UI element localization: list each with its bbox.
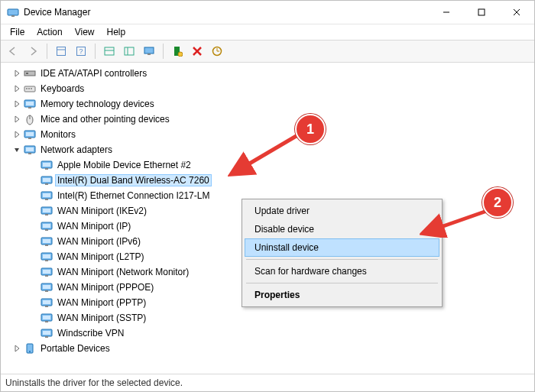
tree-category[interactable]: Mice and other pointing devices <box>1 112 534 127</box>
svg-rect-0 <box>8 9 18 15</box>
svg-rect-43 <box>45 183 48 185</box>
device-icon <box>41 235 53 248</box>
svg-rect-33 <box>26 132 34 136</box>
forward-button[interactable] <box>24 42 42 60</box>
tree-device-label: Apple Mobile Device Ethernet #2 <box>57 160 191 170</box>
view2-toolbar-button[interactable] <box>120 42 138 60</box>
device-icon <box>24 113 36 125</box>
tree-device-label: WAN Miniport (IP) <box>57 221 131 232</box>
view1-toolbar-button[interactable] <box>100 42 118 60</box>
device-tree-pane[interactable]: IDE ATA/ATAPI controllersKeyboardsMemory… <box>1 63 534 374</box>
tree-device-label: WAN Miniport (PPPOE) <box>57 282 154 293</box>
context-menu-item[interactable]: Disable device <box>245 220 439 238</box>
svg-line-77 <box>234 134 299 173</box>
menu-action[interactable]: Action <box>31 25 68 39</box>
svg-rect-60 <box>43 270 50 274</box>
menu-help[interactable]: Help <box>101 25 132 39</box>
menu-bar: File Action View Help <box>1 24 534 40</box>
svg-rect-14 <box>144 47 154 53</box>
chevron-right-icon[interactable] <box>11 99 22 109</box>
svg-point-75 <box>29 351 31 352</box>
svg-rect-48 <box>43 209 50 212</box>
svg-rect-36 <box>26 147 34 151</box>
tree-category-label: Portable Devices <box>41 343 110 354</box>
device-icon <box>41 266 53 278</box>
tree-category[interactable]: IDE ATA/ATAPI controllers <box>1 66 534 81</box>
tree-category-label: IDE ATA/ATAPI controllers <box>41 68 147 79</box>
chevron-right-icon[interactable] <box>11 114 22 125</box>
tree-category-label: Keyboards <box>41 83 84 94</box>
uninstall-toolbar-button[interactable] <box>188 42 206 60</box>
svg-rect-73 <box>45 336 48 338</box>
tree-device[interactable]: Windscribe VPN <box>1 326 534 341</box>
svg-rect-58 <box>45 260 48 261</box>
tree-device-label: WAN Miniport (SSTP) <box>57 313 146 323</box>
device-icon <box>41 205 53 217</box>
chevron-right-icon[interactable] <box>11 343 22 354</box>
title-bar: Device Manager <box>1 1 534 24</box>
tree-device-label: WAN Miniport (IPv6) <box>57 236 141 247</box>
maximize-button[interactable] <box>464 1 499 24</box>
tree-device-label: WAN Miniport (L2TP) <box>57 251 144 262</box>
menu-separator <box>246 259 438 260</box>
chevron-right-icon[interactable] <box>11 83 22 94</box>
svg-rect-67 <box>45 306 48 307</box>
status-text: Uninstalls the driver for the selected d… <box>5 377 183 388</box>
update-toolbar-button[interactable] <box>208 42 226 60</box>
svg-rect-54 <box>43 239 50 243</box>
tree-device-label: WAN Miniport (PPTP) <box>57 297 146 308</box>
svg-rect-45 <box>43 193 50 197</box>
svg-line-79 <box>426 211 487 232</box>
tree-category[interactable]: Portable Devices <box>1 341 534 356</box>
device-icon <box>24 83 36 95</box>
app-icon <box>7 6 19 18</box>
device-icon <box>41 190 53 202</box>
monitor-toolbar-button[interactable] <box>140 42 158 60</box>
svg-rect-69 <box>43 316 50 319</box>
scan-toolbar-button[interactable] <box>168 42 186 60</box>
status-bar: Uninstalls the driver for the selected d… <box>1 374 534 391</box>
toolbar: ? <box>1 40 534 63</box>
context-menu-item[interactable]: Update driver <box>245 202 439 220</box>
context-menu: Update driverDisable deviceUninstall dev… <box>242 199 443 307</box>
tree-device-label: Windscribe VPN <box>57 328 124 339</box>
tree-category-label: Mice and other pointing devices <box>41 114 170 125</box>
context-menu-item[interactable]: Uninstall device <box>245 238 439 257</box>
svg-rect-24 <box>26 88 28 89</box>
menu-view[interactable]: View <box>69 25 101 39</box>
properties-toolbar-button[interactable] <box>52 42 70 60</box>
svg-rect-51 <box>43 224 50 228</box>
svg-rect-52 <box>45 229 48 231</box>
menu-separator <box>246 283 438 283</box>
device-icon <box>24 342 36 355</box>
back-button[interactable] <box>4 42 22 60</box>
device-manager-window: Device Manager File Action View Help ? I… <box>0 0 535 392</box>
svg-rect-22 <box>26 73 28 74</box>
device-icon <box>24 98 36 110</box>
svg-rect-25 <box>28 88 30 89</box>
tree-category[interactable]: Keyboards <box>1 81 534 96</box>
tree-device-label: Intel(R) Ethernet Connection I217-LM <box>57 190 209 201</box>
callout-1-arrow <box>228 131 304 178</box>
device-icon <box>24 128 36 141</box>
chevron-right-icon[interactable] <box>11 129 22 140</box>
svg-rect-57 <box>43 254 50 258</box>
tree-device[interactable]: WAN Miniport (SSTP) <box>1 310 534 326</box>
context-menu-item[interactable]: Scan for hardware changes <box>245 262 439 280</box>
callout-1: 1 <box>295 114 326 144</box>
tree-category[interactable]: Memory technology devices <box>1 96 534 112</box>
chevron-right-icon[interactable] <box>11 68 22 79</box>
chevron-down-icon[interactable] <box>11 144 22 155</box>
toolbar-sep <box>163 44 164 59</box>
svg-rect-34 <box>28 138 31 139</box>
context-menu-item[interactable]: Properties <box>245 286 439 304</box>
device-icon <box>41 281 53 293</box>
svg-rect-26 <box>31 88 32 89</box>
device-icon <box>41 220 53 232</box>
tree-category-label: Network adapters <box>41 144 112 155</box>
help-toolbar-button[interactable]: ? <box>72 42 90 60</box>
close-button[interactable] <box>499 1 534 24</box>
svg-rect-29 <box>28 107 31 109</box>
minimize-button[interactable] <box>429 1 464 24</box>
menu-file[interactable]: File <box>4 25 31 39</box>
